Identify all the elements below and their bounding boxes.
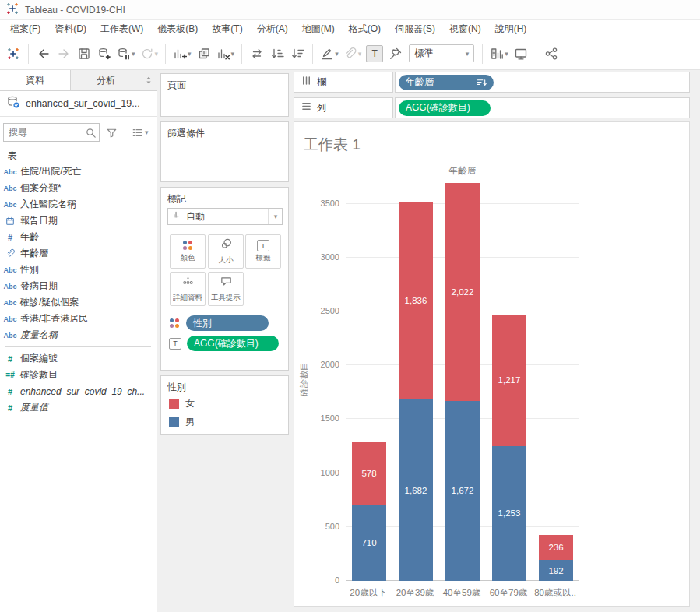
sort-indicator-icon[interactable] <box>470 78 487 87</box>
menu-item-2[interactable]: 資料(D) <box>47 21 93 37</box>
field-年齡層[interactable]: 年齡層 <box>0 245 155 262</box>
view-list-icon[interactable] <box>131 126 144 139</box>
shelf-pill-dimension[interactable]: 年齡層 <box>399 75 494 90</box>
menu-item-9[interactable]: 伺服器(S) <box>388 21 442 37</box>
marks-button-size-circles[interactable]: 大小 <box>208 234 244 269</box>
menu-item-4[interactable]: 儀表板(B) <box>150 21 205 37</box>
pane-tab-2[interactable]: 分析 <box>71 70 141 90</box>
stacked-bar-5[interactable]: 192236 <box>539 535 573 581</box>
sort-descending-button[interactable] <box>287 42 308 65</box>
marks-button-color-dots[interactable]: 顏色 <box>170 234 206 269</box>
bar-segment-男[interactable]: 1,253 <box>492 446 526 581</box>
fit-select-button[interactable]: 標準▾ <box>409 44 474 62</box>
divider <box>165 44 166 64</box>
stacked-bar-2[interactable]: 1,6821,836 <box>399 202 433 581</box>
menu-item-1[interactable]: 檔案(F) <box>3 21 47 37</box>
chevron-down-icon[interactable]: ▾ <box>132 50 135 58</box>
bar-segment-女[interactable]: 1,836 <box>399 202 433 399</box>
field-enhanced_sur_covid_19_ch-[interactable]: #enhanced_sur_covid_19_ch... <box>0 383 155 399</box>
pill-measure[interactable]: AGG(確診數目) <box>187 336 279 351</box>
chevron-down-icon[interactable]: ▾ <box>505 50 508 58</box>
chevron-down-icon[interactable]: ▾ <box>335 50 339 58</box>
legend-entry-女[interactable]: 女 <box>169 396 195 410</box>
mark-label: 2,022 <box>452 287 474 297</box>
field-入住醫院名稱[interactable]: Abc入住醫院名稱 <box>0 196 155 213</box>
stacked-bar-3[interactable]: 1,6722,022 <box>445 183 480 581</box>
field-報告日期[interactable]: 報告日期 <box>0 213 155 229</box>
field-確診-疑似個案[interactable]: Abc確診/疑似個案 <box>0 294 155 311</box>
duplicate-sheet-button[interactable] <box>194 42 214 65</box>
chevron-down-icon[interactable]: ▾ <box>188 50 192 58</box>
group-members-button[interactable]: ▾ <box>341 42 364 65</box>
pill-dimension[interactable]: 性別 <box>186 315 269 331</box>
marks-button-detail-dots[interactable]: 詳細資料 <box>170 272 206 306</box>
pages-card[interactable]: 頁面 <box>160 73 289 117</box>
show-mark-labels-button[interactable]: T <box>364 42 385 65</box>
field-年齡[interactable]: #年齡 <box>0 229 155 245</box>
updown-arrows-icon[interactable] <box>141 70 157 90</box>
pause-auto-updates-button[interactable]: ▾ <box>114 42 138 65</box>
filter-fields-icon[interactable] <box>105 126 118 139</box>
bar-segment-男[interactable]: 1,672 <box>445 401 480 581</box>
share-button[interactable] <box>541 42 561 65</box>
pane-tab-1[interactable]: 資料 <box>0 70 71 90</box>
field-住院-出院-死亡[interactable]: Abc住院/出院/死亡 <box>0 164 155 180</box>
highlight-button[interactable]: ▾ <box>318 42 341 65</box>
field-性別[interactable]: Abc性別 <box>0 262 155 278</box>
chevron-down-icon[interactable]: ▾ <box>145 128 149 136</box>
menu-item-5[interactable]: 故事(T) <box>205 21 249 37</box>
stacked-bar-1[interactable]: 710578 <box>352 442 386 581</box>
field-發病日期[interactable]: Abc發病日期 <box>0 278 155 294</box>
bar-segment-女[interactable]: 1,217 <box>492 315 526 445</box>
datasource-name: enhanced_sur_covid_19... <box>26 98 140 109</box>
chevron-down-icon[interactable]: ▾ <box>268 209 282 224</box>
clear-sheet-button[interactable]: ▾ <box>214 42 237 65</box>
field-香港-非香港居民[interactable]: Abc香港/非香港居民 <box>0 311 155 327</box>
marks-button-tooltip-bubble[interactable]: 工具提示 <box>208 272 244 306</box>
sort-ascending-button[interactable] <box>267 42 287 65</box>
marks-button-label-t[interactable]: T標籤 <box>245 234 281 269</box>
bar-segment-男[interactable]: 192 <box>539 560 573 581</box>
back-button[interactable] <box>33 42 54 65</box>
fix-axes-button[interactable] <box>385 42 406 65</box>
shelf-pill-measure[interactable]: AGG(確診數目) <box>399 100 491 116</box>
menu-item-6[interactable]: 分析(A) <box>250 21 295 37</box>
rows-shelf-pills[interactable]: AGG(確診數目) <box>395 97 690 118</box>
save-button[interactable] <box>74 42 94 65</box>
chevron-down-icon[interactable]: ▾ <box>231 50 235 58</box>
datasource-row[interactable]: enhanced_sur_covid_19... <box>0 91 157 117</box>
presentation-mode-button[interactable] <box>511 42 531 65</box>
menu-item-11[interactable]: 說明(H) <box>488 21 534 37</box>
stacked-bar-4[interactable]: 1,2531,217 <box>492 315 526 581</box>
legend-label: 女 <box>185 397 195 410</box>
bar-segment-女[interactable]: 578 <box>352 442 386 505</box>
field-度量值[interactable]: #度量值 <box>0 399 155 416</box>
forward-button[interactable] <box>54 42 74 65</box>
field-個案編號[interactable]: #個案編號 <box>0 350 155 367</box>
menu-item-8[interactable]: 格式(O) <box>342 21 388 37</box>
mark-type-dropdown[interactable]: 自動 ▾ <box>167 208 283 225</box>
new-data-source-button[interactable] <box>94 42 114 65</box>
bar-segment-男[interactable]: 1,682 <box>399 399 433 581</box>
menu-item-10[interactable]: 視窗(N) <box>442 21 488 37</box>
search-box[interactable] <box>3 123 100 142</box>
field-確診數目[interactable]: =#確診數目 <box>0 367 155 383</box>
new-worksheet-button[interactable]: ▾ <box>171 42 194 65</box>
bar-segment-女[interactable]: 236 <box>539 535 573 561</box>
chevron-down-icon[interactable]: ▾ <box>358 50 362 58</box>
chevron-down-icon[interactable]: ▾ <box>155 50 159 58</box>
field-度量名稱[interactable]: Abc度量名稱 <box>0 327 155 343</box>
filters-card[interactable]: 篩選條件 <box>160 121 289 182</box>
show-hide-cards-button[interactable]: ▾ <box>487 42 511 65</box>
field-個案分類-[interactable]: Abc個案分類* <box>0 180 155 196</box>
bar-segment-女[interactable]: 2,022 <box>445 183 480 401</box>
swap-rows-columns-button[interactable] <box>247 42 267 65</box>
menu-item-3[interactable]: 工作表(W) <box>93 21 150 37</box>
legend-entry-男[interactable]: 男 <box>169 415 195 429</box>
run-auto-updates-button[interactable]: ▾ <box>138 42 161 65</box>
pane-tabs: 資料分析 <box>0 70 157 91</box>
menu-item-7[interactable]: 地圖(M) <box>295 21 342 37</box>
bar-segment-男[interactable]: 710 <box>352 505 386 581</box>
columns-shelf-pills[interactable]: 年齡層 <box>395 72 690 93</box>
tableau-home-icon[interactable] <box>3 42 23 65</box>
